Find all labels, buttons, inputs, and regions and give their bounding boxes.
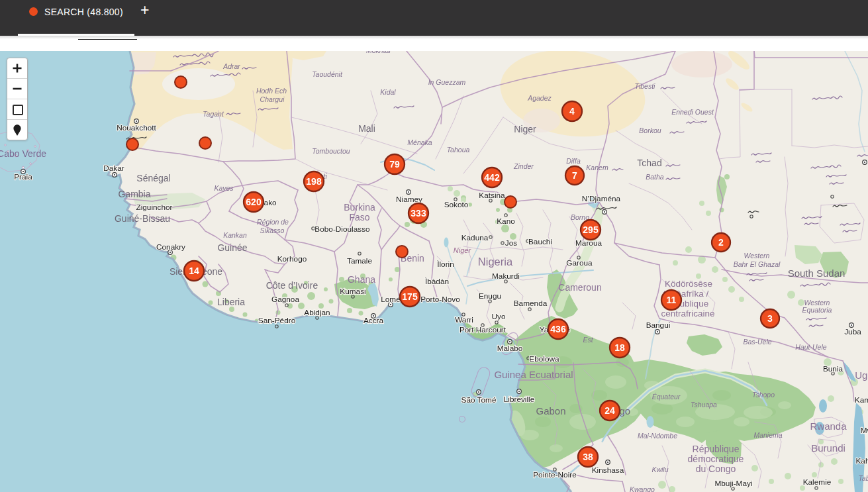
svg-text:Guiné-Bissau: Guiné-Bissau	[115, 213, 170, 224]
svg-text:Ménaka: Ménaka	[407, 138, 432, 146]
svg-text:Uyo: Uyo	[492, 312, 506, 321]
svg-text:Sokoto: Sokoto	[444, 200, 469, 209]
svg-text:Cameroun: Cameroun	[558, 282, 601, 293]
svg-text:Equatoria: Equatoria	[802, 306, 832, 314]
svg-text:14: 14	[189, 266, 199, 276]
svg-text:Côte d’Ivoire: Côte d’Ivoire	[266, 280, 318, 291]
svg-text:295: 295	[583, 224, 599, 235]
svg-text:Kwango: Kwango	[630, 485, 655, 492]
svg-text:Diffa: Diffa	[566, 157, 581, 165]
svg-text:Abidjan: Abidjan	[304, 308, 330, 317]
svg-text:South Sudan: South Sudan	[788, 268, 845, 279]
svg-text:République: République	[693, 444, 740, 454]
svg-text:Tibesti: Tibesti	[635, 82, 656, 90]
svg-text:38: 38	[583, 452, 593, 462]
svg-text:Uga: Uga	[855, 369, 868, 381]
svg-text:Accra: Accra	[363, 316, 384, 325]
svg-text:Batha: Batha	[646, 173, 664, 181]
svg-text:Praia: Praia	[14, 172, 32, 181]
svg-text:Gagnoa: Gagnoa	[271, 295, 299, 304]
svg-text:Rwanda: Rwanda	[810, 420, 847, 432]
svg-text:Ebolowa: Ebolowa	[529, 354, 559, 364]
svg-text:Bangui: Bangui	[646, 320, 671, 330]
svg-text:Gabon: Gabon	[536, 405, 565, 417]
svg-text:Warri: Warri	[455, 315, 473, 324]
svg-text:Kanem: Kanem	[586, 164, 608, 172]
svg-text:Kwilu: Kwilu	[651, 466, 668, 473]
svg-text:Nouakchott: Nouakchott	[117, 123, 156, 132]
svg-text:Liberia: Liberia	[217, 297, 245, 307]
svg-text:Cabo Verde: Cabo Verde	[0, 148, 46, 159]
svg-text:Bas-Uele: Bas-Uele	[743, 338, 771, 346]
svg-text:Bobo-Dioulasso: Bobo-Dioulasso	[314, 224, 370, 234]
svg-text:Zinder: Zinder	[513, 162, 534, 170]
svg-text:Ködörösêse: Ködörösêse	[665, 279, 712, 289]
svg-text:Haut-Uele: Haut-Uele	[795, 343, 826, 351]
svg-text:Équateur: Équateur	[652, 393, 681, 401]
svg-text:démocratique: démocratique	[688, 454, 744, 464]
svg-text:Katsina: Katsina	[479, 191, 505, 200]
svg-text:4: 4	[569, 106, 575, 117]
svg-text:3: 3	[767, 313, 773, 324]
svg-text:Kinshasa: Kinshasa	[592, 466, 624, 475]
svg-text:Nigeria: Nigeria	[478, 256, 513, 268]
svg-text:Mbuji-Mayi: Mbuji-Mayi	[714, 479, 752, 488]
svg-text:79: 79	[389, 159, 400, 170]
svg-text:7: 7	[572, 170, 577, 181]
svg-text:Tshopo: Tshopo	[752, 391, 775, 399]
svg-text:Pointe-Noire: Pointe-Noire	[533, 470, 577, 479]
svg-text:Western: Western	[744, 252, 770, 260]
svg-text:Kah: Kah	[856, 456, 868, 466]
svg-text:Mw: Mw	[861, 426, 868, 435]
svg-text:Ìlorin: Ìlorin	[437, 260, 454, 269]
svg-text:São Tomé: São Tomé	[461, 395, 497, 405]
svg-text:Hodh Ech: Hodh Ech	[256, 87, 287, 95]
svg-text:Ìbàdàn: Ìbàdàn	[425, 277, 449, 286]
svg-text:Adrar: Adrar	[222, 62, 240, 70]
svg-text:Mokhtar: Mokhtar	[366, 51, 391, 54]
svg-text:Bahr El Ghazal: Bahr El Ghazal	[734, 260, 781, 268]
svg-text:Bauchi: Bauchi	[528, 237, 552, 246]
svg-text:Ghana: Ghana	[348, 274, 375, 285]
svg-text:11: 11	[667, 295, 677, 305]
svg-text:Kam: Kam	[855, 395, 868, 405]
svg-text:Burkina: Burkina	[344, 202, 375, 213]
svg-text:San-Pédro: San-Pédro	[258, 316, 296, 325]
svg-text:Burundi: Burundi	[811, 442, 845, 454]
svg-text:Tombouctou: Tombouctou	[312, 147, 350, 155]
svg-text:Porto-Novo: Porto-Novo	[420, 295, 460, 304]
svg-text:Guinea Ecuatorial: Guinea Ecuatorial	[494, 369, 573, 380]
svg-text:Tamale: Tamale	[347, 256, 372, 266]
svg-text:436: 436	[550, 324, 566, 334]
svg-text:Niger: Niger	[514, 124, 536, 134]
svg-text:Kano: Kano	[497, 217, 515, 226]
svg-text:Est: Est	[583, 336, 593, 344]
svg-text:Bunia: Bunia	[823, 364, 844, 373]
svg-text:du Congo: du Congo	[696, 464, 736, 474]
svg-text:620: 620	[246, 197, 262, 207]
svg-text:18: 18	[614, 342, 625, 353]
svg-text:Borkou: Borkou	[639, 126, 661, 134]
svg-text:Mai-Ndombe: Mai-Ndombe	[638, 432, 677, 440]
svg-text:Chargui: Chargui	[260, 95, 285, 103]
svg-text:Tshuapa: Tshuapa	[691, 401, 717, 409]
svg-text:442: 442	[484, 172, 500, 183]
svg-text:175: 175	[402, 291, 418, 302]
svg-text:2: 2	[718, 237, 724, 248]
svg-text:Enugu: Enugu	[479, 291, 501, 301]
svg-text:Faso: Faso	[349, 212, 369, 222]
svg-text:Niger: Niger	[454, 246, 472, 254]
svg-text:Dakar: Dakar	[103, 164, 124, 173]
svg-text:Libreville: Libreville	[504, 395, 535, 404]
svg-text:Kayes: Kayes	[214, 184, 234, 192]
svg-text:Kidal: Kidal	[380, 88, 396, 96]
svg-text:Bamenda: Bamenda	[514, 299, 548, 308]
svg-text:Garoua: Garoua	[566, 258, 593, 268]
svg-text:Kaduna: Kaduna	[461, 233, 489, 242]
svg-text:Tab: Tab	[858, 474, 868, 482]
svg-text:Port Harcourt: Port Harcourt	[459, 325, 506, 334]
svg-text:Mali: Mali	[358, 123, 375, 134]
svg-text:Ziguinchor: Ziguinchor	[136, 203, 172, 212]
svg-text:333: 333	[410, 208, 426, 219]
svg-text:Tagant: Tagant	[203, 110, 224, 118]
